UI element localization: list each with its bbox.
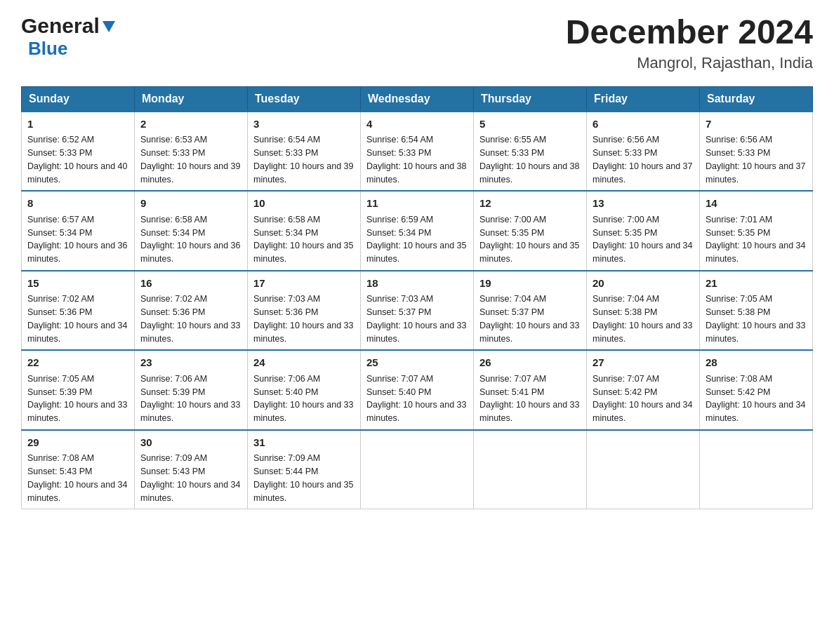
daylight-text: Daylight: 10 hours and 40 minutes. — [27, 160, 128, 187]
day-number: 6 — [593, 116, 694, 133]
calendar-cell: 19Sunrise: 7:04 AMSunset: 5:37 PMDayligh… — [474, 271, 587, 351]
daylight-text: Daylight: 10 hours and 34 minutes. — [593, 239, 694, 266]
sunset-text: Sunset: 5:34 PM — [366, 227, 468, 240]
daylight-text: Daylight: 10 hours and 35 minutes. — [253, 478, 355, 505]
day-number: 31 — [253, 435, 355, 451]
calendar-cell: 21Sunrise: 7:05 AMSunset: 5:38 PMDayligh… — [700, 271, 813, 351]
daylight-text: Daylight: 10 hours and 33 minutes. — [366, 319, 468, 346]
day-number: 29 — [27, 435, 128, 451]
sunrise-text: Sunrise: 6:57 AM — [27, 213, 128, 227]
day-number: 2 — [140, 116, 241, 133]
sunset-text: Sunset: 5:35 PM — [593, 227, 694, 240]
daylight-text: Daylight: 10 hours and 33 minutes. — [253, 398, 355, 425]
calendar-cell: 14Sunrise: 7:01 AMSunset: 5:35 PMDayligh… — [700, 191, 813, 271]
sunrise-text: Sunrise: 7:03 AM — [253, 293, 355, 306]
sunset-text: Sunset: 5:44 PM — [253, 465, 355, 478]
daylight-text: Daylight: 10 hours and 33 minutes. — [479, 398, 581, 425]
calendar-cell: 31Sunrise: 7:09 AMSunset: 5:44 PMDayligh… — [248, 430, 361, 509]
day-number: 25 — [366, 355, 468, 371]
calendar-table: SundayMondayTuesdayWednesdayThursdayFrid… — [21, 86, 813, 510]
calendar-week-row-4: 22Sunrise: 7:05 AMSunset: 5:39 PMDayligh… — [22, 350, 813, 430]
day-number: 7 — [706, 116, 807, 133]
calendar-cell: 17Sunrise: 7:03 AMSunset: 5:36 PMDayligh… — [248, 271, 361, 351]
sunset-text: Sunset: 5:34 PM — [140, 227, 241, 240]
sunrise-text: Sunrise: 7:07 AM — [479, 373, 581, 386]
calendar-cell: 13Sunrise: 7:00 AMSunset: 5:35 PMDayligh… — [587, 191, 700, 271]
sunrise-text: Sunrise: 7:05 AM — [27, 373, 128, 386]
day-number: 18 — [366, 276, 468, 292]
sunrise-text: Sunrise: 7:05 AM — [706, 293, 807, 306]
logo-blue-text: Blue — [28, 38, 67, 59]
page-title: December 2024 — [566, 14, 813, 51]
daylight-text: Daylight: 10 hours and 35 minutes. — [479, 239, 581, 266]
day-number: 16 — [140, 276, 241, 292]
day-number: 17 — [253, 276, 355, 292]
sunset-text: Sunset: 5:33 PM — [140, 147, 241, 160]
sunrise-text: Sunrise: 7:04 AM — [593, 293, 694, 306]
sunset-text: Sunset: 5:33 PM — [27, 147, 128, 160]
daylight-text: Daylight: 10 hours and 38 minutes. — [479, 160, 581, 187]
daylight-text: Daylight: 10 hours and 33 minutes. — [253, 319, 355, 346]
logo-triangle-icon — [101, 18, 117, 34]
day-number: 10 — [253, 196, 355, 212]
calendar-cell: 10Sunrise: 6:58 AMSunset: 5:34 PMDayligh… — [248, 191, 361, 271]
sunset-text: Sunset: 5:40 PM — [253, 386, 355, 399]
sunrise-text: Sunrise: 7:04 AM — [479, 293, 581, 306]
calendar-cell: 18Sunrise: 7:03 AMSunset: 5:37 PMDayligh… — [361, 271, 474, 351]
daylight-text: Daylight: 10 hours and 34 minutes. — [706, 398, 807, 425]
daylight-text: Daylight: 10 hours and 34 minutes. — [27, 319, 128, 346]
daylight-text: Daylight: 10 hours and 38 minutes. — [366, 160, 468, 187]
sunrise-text: Sunrise: 7:07 AM — [593, 373, 694, 386]
day-number: 12 — [479, 196, 581, 212]
calendar-cell: 1Sunrise: 6:52 AMSunset: 5:33 PMDaylight… — [22, 112, 135, 192]
sunset-text: Sunset: 5:37 PM — [479, 306, 581, 319]
sunset-text: Sunset: 5:43 PM — [140, 465, 241, 478]
day-number: 11 — [366, 196, 468, 212]
calendar-cell: 9Sunrise: 6:58 AMSunset: 5:34 PMDaylight… — [135, 191, 248, 271]
calendar-header-row: SundayMondayTuesdayWednesdayThursdayFrid… — [22, 86, 813, 112]
day-number: 4 — [366, 116, 468, 133]
calendar-cell: 23Sunrise: 7:06 AMSunset: 5:39 PMDayligh… — [135, 350, 248, 430]
sunrise-text: Sunrise: 7:07 AM — [366, 373, 468, 386]
sunset-text: Sunset: 5:43 PM — [27, 465, 128, 478]
day-number: 5 — [479, 116, 581, 133]
day-number: 19 — [479, 276, 581, 292]
calendar-week-row-1: 1Sunrise: 6:52 AMSunset: 5:33 PMDaylight… — [22, 112, 813, 192]
daylight-text: Daylight: 10 hours and 39 minutes. — [140, 160, 241, 187]
daylight-text: Daylight: 10 hours and 34 minutes. — [27, 478, 128, 505]
sunrise-text: Sunrise: 7:03 AM — [366, 293, 468, 306]
daylight-text: Daylight: 10 hours and 33 minutes. — [479, 319, 581, 346]
day-number: 13 — [593, 196, 694, 212]
daylight-text: Daylight: 10 hours and 33 minutes. — [593, 319, 694, 346]
daylight-text: Daylight: 10 hours and 35 minutes. — [366, 239, 468, 266]
weekday-header-thursday: Thursday — [474, 86, 587, 112]
daylight-text: Daylight: 10 hours and 33 minutes. — [27, 398, 128, 425]
weekday-header-monday: Monday — [135, 86, 248, 112]
daylight-text: Daylight: 10 hours and 33 minutes. — [706, 319, 807, 346]
calendar-cell — [587, 430, 700, 509]
sunrise-text: Sunrise: 7:08 AM — [27, 452, 128, 465]
day-number: 23 — [140, 355, 241, 371]
day-number: 24 — [253, 355, 355, 371]
sunrise-text: Sunrise: 7:06 AM — [140, 373, 241, 386]
daylight-text: Daylight: 10 hours and 39 minutes. — [253, 160, 355, 187]
calendar-cell: 8Sunrise: 6:57 AMSunset: 5:34 PMDaylight… — [22, 191, 135, 271]
calendar-week-row-3: 15Sunrise: 7:02 AMSunset: 5:36 PMDayligh… — [22, 271, 813, 351]
day-number: 1 — [27, 116, 128, 133]
sunset-text: Sunset: 5:33 PM — [593, 147, 694, 160]
daylight-text: Daylight: 10 hours and 34 minutes. — [706, 239, 807, 266]
sunset-text: Sunset: 5:34 PM — [27, 227, 128, 240]
page-subtitle: Mangrol, Rajasthan, India — [566, 54, 813, 72]
day-number: 22 — [27, 355, 128, 371]
daylight-text: Daylight: 10 hours and 36 minutes. — [140, 239, 241, 266]
daylight-text: Daylight: 10 hours and 34 minutes. — [140, 478, 241, 505]
day-number: 26 — [479, 355, 581, 371]
sunrise-text: Sunrise: 7:00 AM — [479, 213, 581, 227]
sunrise-text: Sunrise: 6:56 AM — [706, 133, 807, 147]
weekday-header-friday: Friday — [587, 86, 700, 112]
calendar-cell: 22Sunrise: 7:05 AMSunset: 5:39 PMDayligh… — [22, 350, 135, 430]
calendar-cell — [361, 430, 474, 509]
day-number: 21 — [706, 276, 807, 292]
sunset-text: Sunset: 5:35 PM — [479, 227, 581, 240]
day-number: 8 — [27, 196, 128, 212]
